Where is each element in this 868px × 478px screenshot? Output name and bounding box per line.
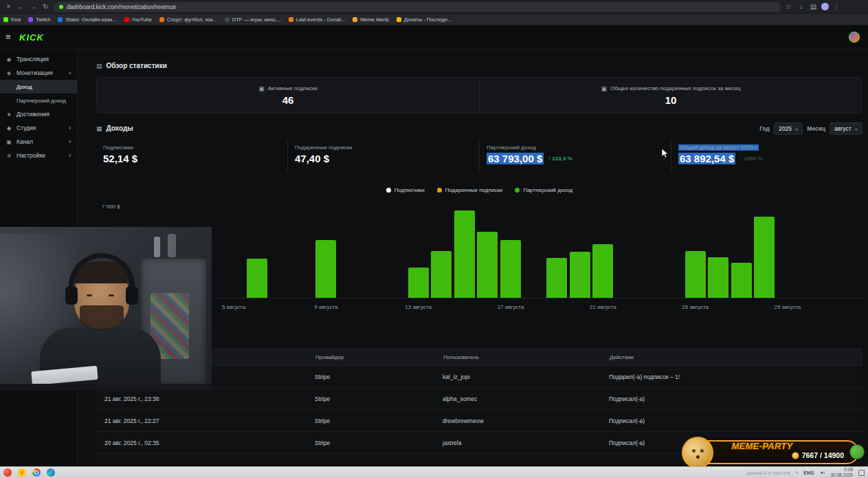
chevron-down-icon: ∨ [68,153,71,158]
bookmark-star-icon[interactable]: ☆ [784,0,793,14]
year-select[interactable]: 2025 ∨ [774,122,803,135]
chrome-icon[interactable] [32,468,41,477]
chart-bar-aug-19[interactable] [546,258,567,298]
bookmark-favicon [124,17,129,22]
browser-profile-avatar[interactable] [821,3,829,10]
streamer-eye [87,294,92,296]
x-axis-label: 9 августа [314,304,337,310]
chart-filters: Год 2025 ∨ Месяц август ∨ [759,122,863,135]
forward-icon[interactable]: → [29,0,38,14]
column-header-action[interactable]: Действие [601,354,862,360]
edge-icon[interactable] [47,468,55,477]
bookmark-item[interactable]: Донаты - Последн... [397,17,452,23]
sidebar-item-settings[interactable]: ⊛Настройки∨ [0,149,77,162]
sidebar-item-achievements[interactable]: ★Достижения [0,107,77,121]
streamer-beard [80,305,124,330]
kick-logo[interactable]: KICK [19,32,44,43]
delta-badge-dim: ↑ 2858 % [739,155,762,162]
chart-bar-aug-9[interactable] [315,240,336,298]
sidebar-subitem-affiliate-income[interactable]: Партнерский доход [0,94,77,107]
bookmark-item[interactable]: Twitch [28,17,50,23]
bookmark-label: Meme Alerts [360,17,389,23]
bookmark-item[interactable]: Meme Alerts [353,17,389,23]
bookmark-item[interactable]: Спорт: футбол, хок... [159,17,217,23]
sidebar-item-channel[interactable]: ▣Канал∨ [0,135,77,149]
notification-center-icon[interactable] [858,470,865,476]
stat-gifted-subs: Подаренные подписки 47,40 $ [287,140,479,172]
bookmark-favicon [289,17,293,22]
chart-bar-aug-27[interactable] [731,263,752,298]
stat-label: Общий доход за август 2025 г. [678,144,856,151]
meme-party-title: MEME-PARTY [711,441,814,451]
chart-bar-aug-14[interactable] [431,251,452,298]
language-indicator[interactable]: ENG [803,470,814,475]
chart-bar-aug-17[interactable] [500,240,521,298]
chart-bar-aug-15[interactable] [454,210,475,298]
cell-provider: Stripe [307,439,434,446]
close-tab-icon[interactable]: × [4,0,13,14]
stat-label: Подписчики [103,144,280,151]
stat-value: 63 892,54 $ ↑ 2858 % [678,153,856,164]
browser-menu-icon[interactable]: ⋮ [832,0,841,14]
bookmark-item[interactable]: DTF — игры, кино,... [225,17,281,23]
webcam-desk [0,384,212,391]
clock[interactable]: 0:08 30.08.2025 [830,467,853,478]
settings-icon: ⊛ [5,153,12,159]
bookmark-item[interactable]: Kick [3,17,21,23]
bookmark-item[interactable]: YouTube [124,17,152,23]
bookmark-label: DTF — игры, кино,... [232,17,281,23]
bookmark-label: Stake: Онлайн-кази... [65,17,116,23]
cell-action: Подарил(-а) подписок – 1! [601,373,863,380]
chart-bar-aug-21[interactable] [592,244,613,298]
stat-affiliate-income: Партнерский доход 63 793,00 $ ↑ 223,3 % [479,140,671,172]
bookmark-item[interactable]: Stake: Онлайн-кази... [58,17,116,23]
chart-bar-aug-13[interactable] [408,268,429,298]
url-bar[interactable]: dashboard.kick.com/monetization/revenue [54,2,781,12]
stat-value: 46 [282,94,294,106]
site-favicon [59,5,63,9]
year-label: Год [759,125,770,132]
download-icon[interactable]: ↓ [797,0,805,14]
chart-bar-aug-25[interactable] [685,251,706,298]
month-select[interactable]: август ∨ [830,122,863,135]
chart-bar-aug-20[interactable] [570,252,590,298]
label-text-selected: Общий доход за август 2025 г. [678,144,759,151]
taskbar: Y дашка34 is now live ^ ENG ◄) 0:08 30.0… [0,466,868,478]
user-avatar[interactable] [849,32,860,43]
column-header-provider[interactable]: Провайдер [307,354,435,360]
x-axis-label: 21 августа [590,304,616,310]
sidebar-subitem-income[interactable]: Доход [0,80,77,94]
income-title: Доходы [107,124,133,132]
chart-bar-aug-26[interactable] [708,257,728,298]
sidebar-item-broadcast[interactable]: ◉Трансляция [0,52,77,66]
stat-label-row: ▣ Общее количество подаренных подписок з… [601,85,740,92]
stat-label: Партнерский доход [487,144,664,151]
tray-expand-icon[interactable]: ^ [796,470,799,476]
reload-icon[interactable]: ↻ [41,0,50,14]
bookmark-item[interactable]: Last events - Donat... [289,17,345,23]
stat-value: 52,14 $ [103,153,280,164]
chart-bar-aug-28[interactable] [754,217,775,298]
volume-icon[interactable]: ◄) [820,470,825,475]
sidebar-item-monetization[interactable]: ◈Монетизация∧ [0,66,77,80]
meme-party-widget: MEME-PARTY 7667 / 14900 [680,436,866,470]
back-icon[interactable]: ← [16,0,25,14]
studio-icon: ◆ [5,125,12,131]
table-row[interactable]: 21 авг. 2025 г., 22:27Stripedrewbrewmeow… [96,409,863,431]
firefox-icon[interactable] [3,468,12,477]
income-icon: ▦ [96,125,102,132]
sidebar-item-studio[interactable]: ◆Студия∨ [0,121,77,135]
yandex-browser-icon[interactable]: Y [18,468,26,477]
channel-icon: ▣ [5,139,12,145]
column-header-user[interactable]: Пользователь [435,354,601,360]
bookmark-favicon [3,17,8,22]
side-panel-icon[interactable]: ▤ [809,0,818,14]
menu-toggle-icon[interactable]: ≡ [5,32,11,42]
bookmark-favicon [397,17,401,22]
chart-bar-aug-16[interactable] [477,232,498,298]
chart-bar-aug-6[interactable] [247,259,267,298]
sidebar-item-label: Канал [16,138,33,145]
bookmark-favicon [28,17,33,22]
overview-section-header: ▤ Обзор статистики [96,62,167,69]
chevron-down-icon: ∨ [795,127,798,131]
